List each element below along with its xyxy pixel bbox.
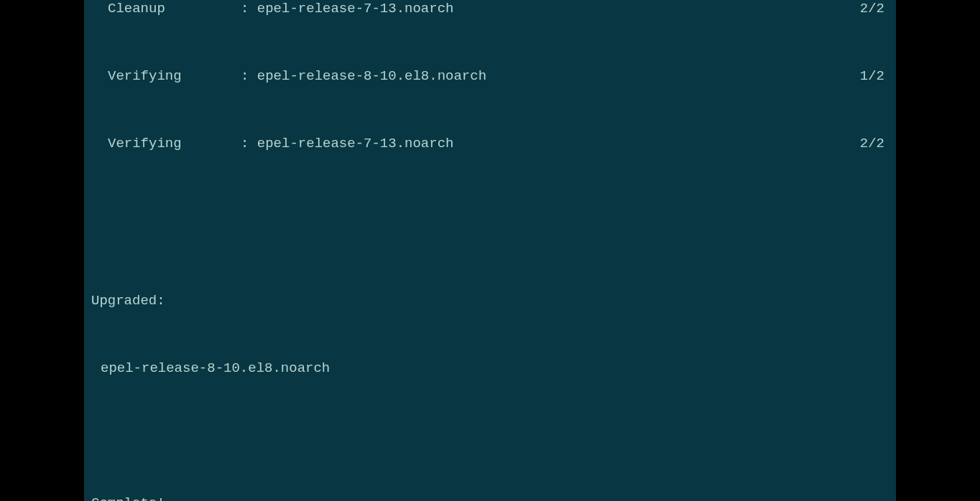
step-row: Cleanup: epel-release-7-13.noarch2/2 <box>84 0 896 20</box>
step-package: epel-release-7-13.noarch <box>257 0 860 20</box>
upgraded-package: epel-release-8-10.el8.noarch <box>84 357 896 380</box>
step-row: Verifying: epel-release-8-10.el8.noarch1… <box>84 65 896 88</box>
step-label: Verifying <box>91 65 241 88</box>
upgraded-header: Upgraded: <box>84 290 896 312</box>
terminal-body[interactable]: warning: /etc/yum.repos.d/epel.repo crea… <box>84 0 896 501</box>
step-sep: : <box>241 65 257 88</box>
step-sep: : <box>241 0 257 20</box>
step-count: 1/2 <box>860 65 889 88</box>
step-count: 2/2 <box>860 133 889 155</box>
step-label: Verifying <box>91 133 241 155</box>
step-row: Verifying: epel-release-7-13.noarch2/2 <box>84 133 896 155</box>
terminal-window: Bao's MacbookPro ⌥⌘1 warning: /etc/yum.r… <box>84 0 896 501</box>
step-package: epel-release-7-13.noarch <box>257 133 860 155</box>
complete-line: Complete! <box>84 492 896 501</box>
step-label: Cleanup <box>91 0 241 20</box>
step-count: 2/2 <box>860 0 889 20</box>
step-package: epel-release-8-10.el8.noarch <box>257 65 860 88</box>
blank-line <box>84 223 896 245</box>
blank-line <box>84 425 896 447</box>
step-sep: : <box>241 133 257 155</box>
